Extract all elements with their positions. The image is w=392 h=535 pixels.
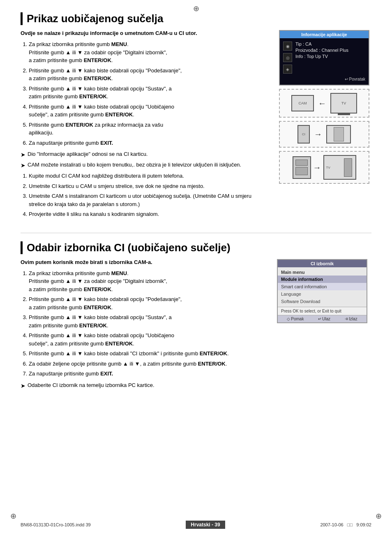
ci-card-diagram: CI (297, 125, 310, 144)
page-footer: BN68-01313D-01Cro-1005.indd 39 Hrvatski … (0, 521, 392, 529)
note2-text: Odaberite CI izbornik na temelju izborni… (28, 381, 154, 389)
diagram-1: CAM ← TV (279, 89, 369, 118)
tv-icon-3: ◈ (283, 65, 292, 74)
note-1-2: ➤ CAM možete instalirati u bilo kojem tr… (21, 161, 269, 170)
arrow-2: → (314, 130, 322, 139)
step-1-4: Pritisnite gumb ▲ ili ▼ kako biste odabr… (29, 103, 269, 119)
s2-step-2-bold: ENTER/OK (84, 304, 111, 310)
ci-menu-status: Press OK to select, or Exit to quit (278, 307, 367, 315)
page-number-badge: Hrvatski - 39 (186, 521, 225, 529)
tv-item-3: Info : Top Up TV (295, 54, 348, 59)
tv-info-text: Tip : CA Proizvođač : Channel Plus Info … (295, 42, 348, 60)
tv-back: ↩ Povratak (283, 77, 365, 81)
tv-slot-inner (344, 158, 352, 177)
section2-content: Ovim putem korisnik može birati s izborn… (21, 259, 269, 392)
ci-nav-pomak-icon: ◇ (287, 317, 290, 321)
section2-steps: Za prikaz izbornika pritisnite gumb MENU… (21, 269, 269, 378)
ci-menu-item-2: Smart card information (278, 283, 367, 290)
ci-menu-nav: ◇ Pomak ↵ Ulaz ·¤ Izlaz (278, 315, 367, 322)
tv-item-1: Tip : CA (295, 42, 348, 46)
step-1-1: Za prikaz izbornika pritisnite gumb MENU… (29, 40, 269, 65)
tv-label-2: TV (326, 166, 330, 169)
diagram-2: CI → (279, 121, 369, 148)
section2-subtitle: Ovim putem korisnik može birati s izborn… (21, 259, 269, 265)
s2-step-3-bold: ENTER/OK (79, 322, 107, 329)
section1-title: Prikaz uobičajenog sučelja (21, 12, 371, 25)
section1-steps: Za prikaz izbornika pritisnite gumb MENU… (21, 40, 269, 147)
note-text-2: CAM možete instalirati u bilo kojem tren… (28, 161, 241, 169)
footer-date: 2007-10-06 (320, 522, 343, 527)
crosshair-bottom-right: ⊕ (376, 512, 382, 521)
substep-4: Provjerite vidite li sliku na kanalu s k… (29, 210, 269, 218)
tv-icon-1: ◉ (283, 42, 292, 51)
s2-step-5: Pritisnite gumb ▲ ili ▼ kako biste odabr… (29, 350, 269, 358)
ci-nav-izlaz-label: Izlaz (349, 317, 357, 321)
step-1-1-bold: MENU (111, 41, 127, 47)
tv-slot-diagram: TV (323, 155, 356, 180)
tv-diagram-1: TV (330, 93, 357, 113)
step-1-1-bold2: ENTER/OK (84, 57, 111, 63)
footer-time: 9:09:02 (356, 522, 371, 527)
note-2-1: ➤ Odaberite CI izbornik na temelju izbor… (21, 381, 269, 390)
tv-screen-body: ◉ ◎ ◈ Tip : CA Proizvođač : Channel Plus… (280, 38, 369, 85)
section1-subtitle: Ovdje se nalaze i prikazuju informacije … (21, 30, 269, 36)
s2-step-6-bold: ENTER/OK (198, 361, 226, 367)
step-1-3-bold: ENTER/OK (79, 93, 107, 100)
step-1-2: Pritisnite gumb ▲ ili ▼ kako biste odabr… (29, 67, 269, 83)
note-arrow-2: ➤ (21, 161, 25, 170)
ci-menu-body: Main menu Module information Smart card … (278, 267, 367, 307)
cam-card-1: CAM (291, 95, 314, 111)
step-1-5-bold: ENTER/OK (66, 122, 93, 128)
section2: Odabir izbornika CI (uobičajeno sučelje)… (21, 241, 371, 392)
s2-step-7-bold: EXIT. (100, 371, 113, 377)
s2-step-4: Pritisnite gumb ▲ ili ▼ kako biste odabr… (29, 331, 269, 347)
s2-step-6: Za odabir željene opcije pritisnite gumb… (29, 360, 269, 368)
s2-step-2: Pritisnite gumb ▲ ili ▼ kako biste odabr… (29, 295, 269, 311)
section1: Prikaz uobičajenog sučelja Ovdje se nala… (21, 12, 371, 220)
diagram-3: → TV (279, 151, 369, 184)
ci-menu-item-1-label: Module information (281, 277, 323, 282)
ci-nav-izlaz: ·¤ Izlaz (345, 317, 357, 321)
step-1-5: Pritisnite gumb ENTER/OK za prikaz infor… (29, 121, 269, 137)
page-container: ⊕ ⊕ ⊕ Prikaz uobičajenog sučelja Ovdje s… (0, 0, 392, 535)
arrow-3: → (313, 163, 321, 172)
s2-step-1: Za prikaz izbornika pritisnite gumb MENU… (29, 269, 269, 294)
note-arrow-1: ➤ (21, 151, 25, 159)
tv-screen-title: Informacije aplikacije (280, 31, 369, 38)
s2-step-1-bold2: ENTER/OK (84, 286, 111, 292)
ci-menu-item-4-label: Software Download (281, 299, 320, 304)
cam-slot-diagram (326, 125, 351, 144)
substep-3: Umetnite CAM s instaliranom CI karticom … (29, 192, 269, 208)
s2-step-4-bold: ENTER/OK (105, 340, 133, 347)
s2-step-3: Pritisnite gumb ▲ ili ▼ kako biste odabr… (29, 313, 269, 329)
ci-menu-item-1: Module information (278, 276, 367, 283)
footer-file: BN68-01313D-01Cro-1005.indd 39 (21, 522, 91, 527)
footer-datetime: 2007-10-06 □□ 9:09:02 (320, 522, 371, 527)
s2-step-1-bold1: MENU (111, 270, 127, 276)
slot-inner (334, 127, 344, 141)
section1-substeps: Kupite modul CI CAM kod najbližeg distri… (21, 172, 269, 218)
ci-nav-ulaz: ↵ Ulaz (318, 317, 330, 321)
step-1-3: Pritisnite gumb ▲ ili ▼ kako biste odabr… (29, 85, 269, 101)
tv-stand-1 (338, 113, 350, 115)
step-1-6-bold: EXIT. (100, 140, 113, 146)
section-divider (21, 233, 371, 233)
section1-image-panel: Informacije aplikacije ◉ ◎ ◈ Tip : CA (277, 30, 371, 220)
ci-menu-title: CI izbornik (278, 260, 367, 267)
substep-2: Umetnite CI karticu u CAM u smjeru strel… (29, 182, 269, 190)
s2-step-7: Za napuštanje pritisnite gumb EXIT. (29, 370, 269, 378)
substep-1: Kupite modul CI CAM kod najbližeg distri… (29, 172, 269, 180)
step-1-6: Za napuštanje pritisnite gumb EXIT. (29, 139, 269, 147)
ci-menu-item-4: Software Download (278, 298, 367, 305)
section1-content: Ovdje se nalaze i prikazuju informacije … (21, 30, 269, 220)
module-top (295, 160, 308, 166)
tv-label-1: TV (341, 101, 346, 105)
ci-nav-ulaz-label: Ulaz (322, 317, 330, 321)
ci-menu-item-3-label: Language (281, 292, 301, 296)
tv-icon-2: ◎ (283, 53, 292, 62)
ci-nav-pomak: ◇ Pomak (287, 317, 304, 321)
tv-screen-app-info: Informacije aplikacije ◉ ◎ ◈ Tip : CA (279, 30, 369, 86)
ci-nav-ulaz-icon: ↵ (318, 317, 321, 321)
step-1-4-bold: ENTER/OK (105, 111, 133, 118)
tv-screen-title-text: Informacije aplikacije (301, 32, 347, 37)
